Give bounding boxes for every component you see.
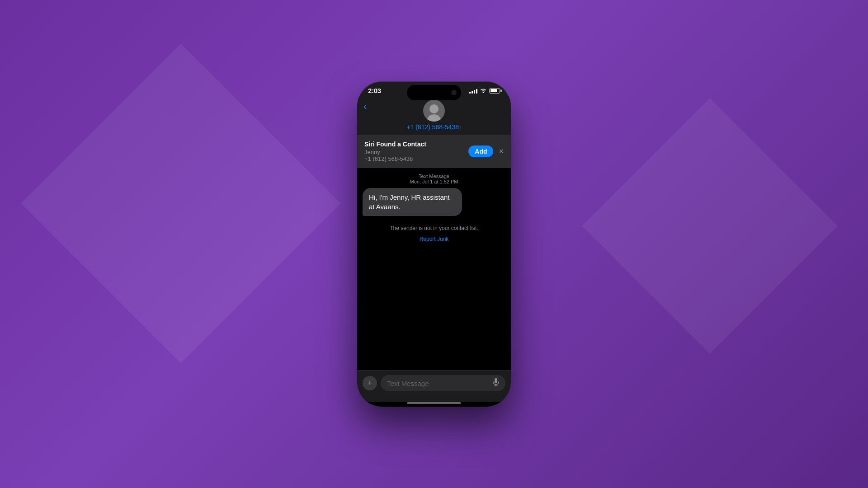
siri-banner-wrapper: Siri Found a Contact Jenny +1 (612) 568-…	[357, 135, 511, 168]
close-siri-button[interactable]: ×	[499, 147, 504, 155]
received-message-bubble: Hi, I'm Jenny, HR assistant at Avaans.	[363, 188, 462, 216]
status-time: 2:03	[368, 87, 381, 94]
message-date-header: Text Message Mon, Jul 1 at 1:52 PM	[357, 168, 511, 188]
message-timestamp: Mon, Jul 1 at 1:52 PM	[357, 179, 511, 184]
dynamic-island	[407, 85, 461, 100]
siri-banner: Siri Found a Contact Jenny +1 (612) 568-…	[357, 135, 511, 168]
text-input-wrapper[interactable]: Text Message	[381, 375, 505, 391]
phone-frame: 2:03 ‹	[357, 81, 511, 407]
status-icons	[469, 88, 500, 94]
contact-number-row[interactable]: +1 (612) 568-5438 ›	[406, 123, 461, 131]
contact-avatar	[423, 100, 445, 122]
plus-icon: +	[368, 379, 373, 387]
message-bubble-container: Hi, I'm Jenny, HR assistant at Avaans.	[357, 188, 511, 221]
plus-button[interactable]: +	[363, 376, 377, 390]
camera-dot	[451, 90, 457, 95]
add-contact-button[interactable]: Add	[468, 145, 493, 157]
battery-icon	[489, 88, 500, 94]
siri-actions: Add ×	[468, 145, 504, 157]
signal-icon	[469, 88, 477, 94]
not-in-contacts-text: The sender is not in your contact list.	[357, 221, 511, 235]
text-input-placeholder: Text Message	[387, 380, 429, 387]
mic-icon[interactable]	[493, 378, 499, 388]
message-type-label: Text Message	[357, 174, 511, 179]
input-bar: + Text Message	[357, 370, 511, 402]
report-junk-link[interactable]: Report Junk	[357, 236, 511, 242]
status-bar: 2:03	[357, 81, 511, 96]
svg-rect-0	[495, 378, 497, 383]
messages-area: Text Message Mon, Jul 1 at 1:52 PM Hi, I…	[357, 168, 511, 370]
home-bar	[407, 402, 461, 404]
wifi-icon	[480, 88, 486, 94]
contact-number-text: +1 (612) 568-5438	[406, 123, 459, 131]
chevron-right-icon: ›	[460, 124, 462, 130]
back-button[interactable]: ‹	[363, 101, 367, 113]
message-text: Hi, I'm Jenny, HR assistant at Avaans.	[369, 193, 449, 211]
home-indicator	[357, 402, 511, 407]
nav-header: ‹ +1 (612) 568-5438 ›	[357, 96, 511, 135]
